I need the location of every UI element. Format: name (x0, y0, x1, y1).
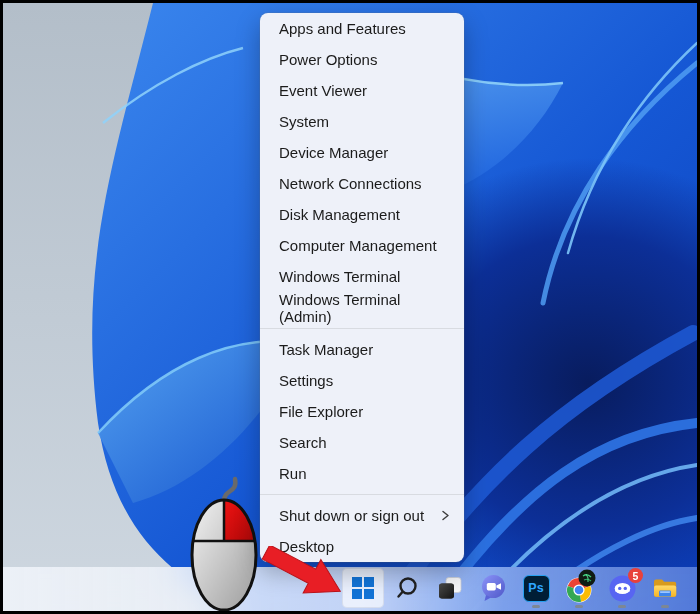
windows-logo-icon (352, 577, 374, 599)
profile-avatar (579, 570, 596, 587)
mouse-right-click-graphic (189, 471, 259, 611)
taskbar-icon-row: Ps (342, 568, 685, 608)
running-indicator (575, 605, 583, 608)
menu-item-search[interactable]: Search (260, 427, 464, 458)
menu-separator (260, 494, 464, 495)
menu-item-windows-terminal[interactable]: Windows Terminal (260, 261, 464, 292)
menu-item-task-manager[interactable]: Task Manager (260, 334, 464, 365)
running-indicator (618, 605, 626, 608)
file-explorer-button[interactable] (645, 568, 685, 608)
running-indicator (661, 605, 669, 608)
running-indicator (532, 605, 540, 608)
teams-chat-button[interactable] (473, 568, 513, 608)
folder-icon (651, 574, 679, 602)
menu-item-settings[interactable]: Settings (260, 365, 464, 396)
menu-item-device-manager[interactable]: Device Manager (260, 137, 464, 168)
menu-separator (260, 328, 464, 329)
menu-item-power-options[interactable]: Power Options (260, 44, 464, 75)
search-button[interactable] (387, 568, 427, 608)
menu-item-apps-and-features[interactable]: Apps and Features (260, 13, 464, 44)
menu-item-system[interactable]: System (260, 106, 464, 137)
winx-context-menu: Apps and Features Power Options Event Vi… (260, 13, 464, 562)
video-chat-icon (480, 574, 507, 602)
chrome-button[interactable] (559, 568, 599, 608)
photoshop-button[interactable]: Ps (516, 568, 556, 608)
menu-item-shut-down-or-sign-out[interactable]: Shut down or sign out (260, 500, 464, 531)
task-view-icon (437, 575, 463, 601)
photoshop-icon: Ps (523, 575, 550, 602)
task-view-button[interactable] (430, 568, 470, 608)
pointer-arrow (258, 546, 353, 608)
menu-item-label: Shut down or sign out (279, 507, 424, 524)
notification-badge: 5 (628, 568, 643, 583)
chrome-icon (559, 568, 599, 608)
menu-item-disk-management[interactable]: Disk Management (260, 199, 464, 230)
search-icon (394, 575, 420, 601)
chevron-right-icon (440, 509, 451, 522)
discord-button[interactable]: 5 (602, 568, 642, 608)
menu-item-run[interactable]: Run (260, 458, 464, 489)
mouse-cable (224, 479, 235, 501)
menu-item-windows-terminal-admin[interactable]: Windows Terminal (Admin) (260, 292, 464, 323)
menu-item-network-connections[interactable]: Network Connections (260, 168, 464, 199)
menu-item-event-viewer[interactable]: Event Viewer (260, 75, 464, 106)
menu-item-file-explorer[interactable]: File Explorer (260, 396, 464, 427)
desktop: Ps (0, 0, 700, 614)
menu-item-computer-management[interactable]: Computer Management (260, 230, 464, 261)
